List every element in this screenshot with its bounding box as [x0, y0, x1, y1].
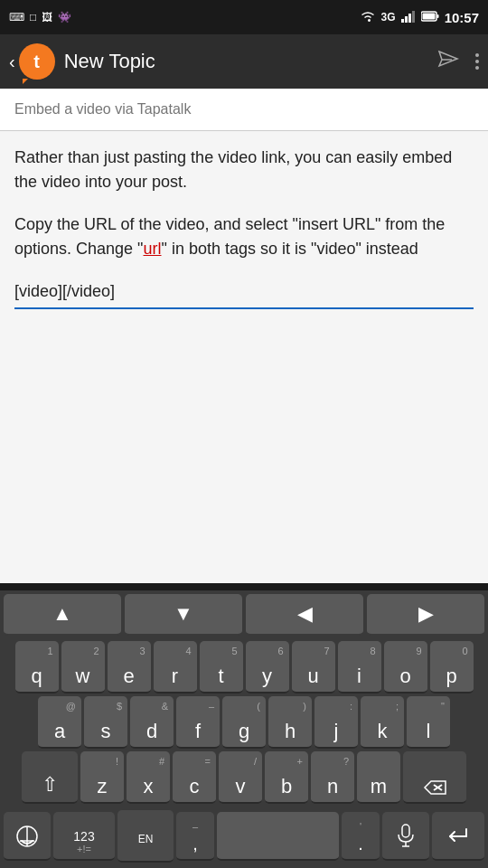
key-l[interactable]: "l — [407, 696, 450, 749]
content-editor[interactable]: Rather than just pasting the video link,… — [0, 131, 488, 583]
key-c[interactable]: =c — [173, 751, 216, 804]
key-row-2: @a $s &d –f (g )h :j ;k "l — [4, 696, 484, 749]
image-icon: 🖼 — [42, 11, 52, 24]
sim-icon: □ — [30, 11, 36, 24]
key-y[interactable]: 6y — [246, 641, 289, 693]
svg-rect-0 — [401, 19, 404, 23]
language-key[interactable]: EN — [117, 810, 174, 863]
battery-icon — [421, 11, 439, 24]
content-area: Rather than just pasting the video link,… — [0, 89, 488, 583]
status-bar: ⌨ □ 🖼 👾 3G — [0, 0, 488, 34]
network-3g-icon: 3G — [381, 11, 396, 24]
page-title: New Topic — [64, 50, 436, 73]
svg-rect-6 — [422, 13, 435, 19]
key-b[interactable]: +b — [265, 751, 308, 804]
space-key[interactable] — [217, 812, 339, 861]
period-key[interactable]: ' . — [342, 812, 380, 861]
emoji-key[interactable] — [4, 812, 51, 861]
comma-key[interactable]: – , — [176, 812, 214, 861]
status-bar-left: ⌨ □ 🖼 👾 — [9, 11, 71, 24]
clock: 10:57 — [445, 10, 479, 25]
back-button[interactable]: ‹ — [9, 52, 15, 72]
paragraph-1: Rather than just pasting the video link,… — [14, 146, 474, 194]
keyboard-nav-row: ▲ ▼ ◀ ▶ — [0, 590, 488, 639]
key-g[interactable]: (g — [222, 696, 266, 749]
key-row-1: 1q 2w 3e 4r 5t 6y 7u 8i 9o 0p — [4, 641, 484, 693]
key-d[interactable]: &d — [130, 696, 174, 749]
svg-rect-1 — [405, 16, 408, 23]
key-i[interactable]: 8i — [338, 641, 381, 693]
send-button[interactable] — [436, 48, 461, 75]
more-options-button[interactable] — [475, 53, 479, 70]
svg-rect-13 — [402, 825, 409, 837]
enter-key[interactable] — [432, 812, 484, 861]
key-k[interactable]: ;k — [361, 696, 404, 749]
mic-key[interactable] — [382, 812, 429, 861]
status-bar-right: 3G 10:57 — [360, 10, 479, 25]
key-h[interactable]: )h — [268, 696, 312, 749]
key-u[interactable]: 7u — [292, 641, 335, 693]
key-row-3: ⇧ !z #x =c /v +b ?n m — [4, 751, 484, 804]
app-logo: t — [19, 43, 55, 80]
video-tag-line[interactable]: [video][/video] — [14, 279, 474, 309]
key-r[interactable]: 4r — [154, 641, 197, 693]
key-p[interactable]: 0p — [430, 641, 474, 693]
svg-rect-5 — [436, 14, 438, 18]
keyboard-bottom-row: 123 +!= EN – , ' . — [0, 808, 488, 868]
key-o[interactable]: 9o — [384, 641, 427, 693]
nav-left-key[interactable]: ◀ — [246, 594, 363, 636]
key-t[interactable]: 5t — [200, 641, 243, 693]
key-x[interactable]: #x — [127, 751, 170, 804]
nav-right-key[interactable]: ▶ — [367, 594, 484, 636]
app-bar-actions — [436, 48, 479, 75]
backspace-key[interactable] — [403, 751, 466, 804]
key-j[interactable]: :j — [314, 696, 358, 749]
numeric-key[interactable]: 123 +!= — [53, 812, 115, 861]
svg-rect-3 — [412, 11, 415, 23]
keyboard: ▲ ▼ ◀ ▶ 1q 2w 3e 4r 5t 6y 7u 8i 9o 0p @a… — [0, 590, 488, 868]
key-e[interactable]: 3e — [108, 641, 151, 693]
keyboard-separator — [0, 583, 488, 590]
android-icon: 👾 — [58, 11, 71, 24]
wifi-icon — [360, 10, 376, 25]
keys-area: 1q 2w 3e 4r 5t 6y 7u 8i 9o 0p @a $s &d –… — [0, 639, 488, 808]
paragraph-2: Copy the URL of the video, and select "i… — [14, 212, 474, 261]
topic-title-input[interactable] — [0, 89, 488, 131]
nav-up-key[interactable]: ▲ — [4, 594, 121, 636]
app-bar: ‹ t New Topic — [0, 34, 488, 89]
shift-key[interactable]: ⇧ — [22, 751, 78, 804]
signal-icon — [401, 10, 416, 25]
keyboard-icon: ⌨ — [9, 11, 24, 24]
url-link-text: url — [144, 240, 162, 258]
key-q[interactable]: 1q — [15, 641, 59, 693]
key-n[interactable]: ?n — [311, 751, 354, 804]
key-f[interactable]: –f — [176, 696, 220, 749]
key-s[interactable]: $s — [84, 696, 127, 749]
key-a[interactable]: @a — [38, 696, 81, 749]
video-tag: [video][/video] — [14, 282, 115, 300]
key-v[interactable]: /v — [219, 751, 262, 804]
key-w[interactable]: 2w — [61, 641, 105, 693]
key-z[interactable]: !z — [80, 751, 124, 804]
nav-down-key[interactable]: ▼ — [125, 594, 242, 636]
svg-rect-2 — [408, 14, 411, 23]
paragraph-2-text2: " in both tags so it is "video" instead — [162, 240, 418, 258]
key-m[interactable]: m — [357, 751, 400, 804]
